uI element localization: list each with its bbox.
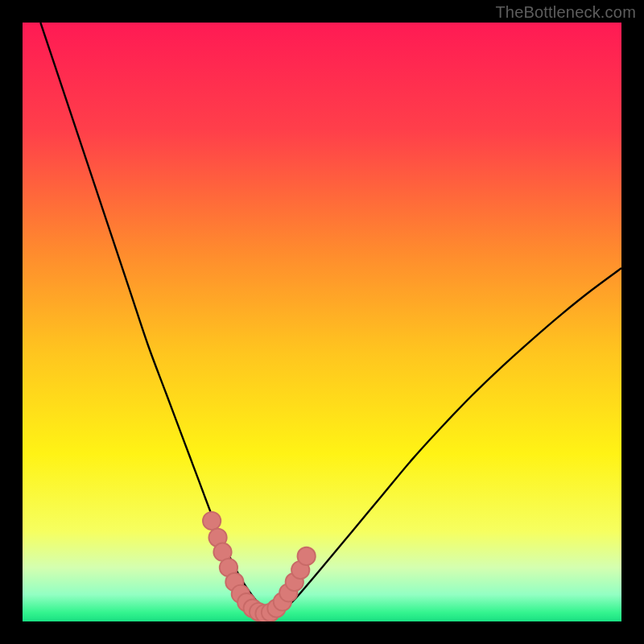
curve-marker	[297, 547, 315, 565]
watermark-text: TheBottleneck.com	[495, 3, 636, 22]
bottleneck-curve	[23, 23, 621, 621]
curve-marker	[203, 512, 221, 530]
chart-frame: TheBottleneck.com	[0, 0, 644, 644]
plot-area	[23, 23, 621, 621]
